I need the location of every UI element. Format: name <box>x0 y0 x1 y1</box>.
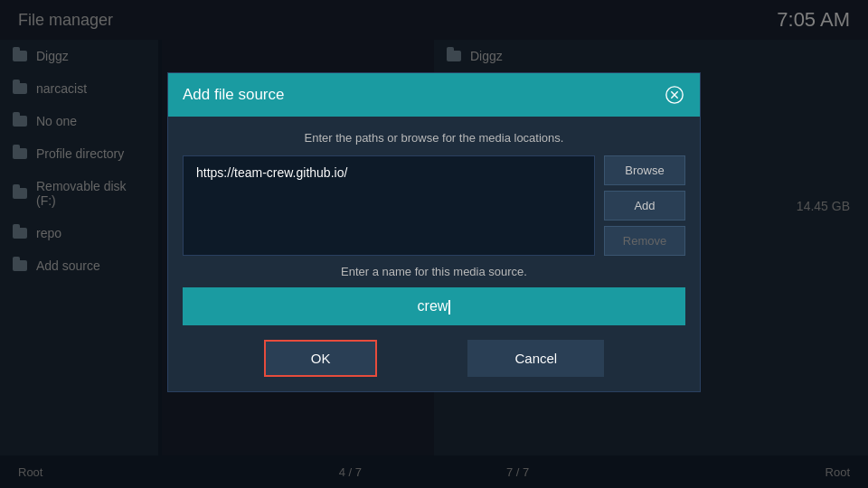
modal-description: Enter the paths or browse for the media … <box>183 131 685 145</box>
name-input[interactable]: crew <box>183 287 685 325</box>
add-file-source-modal: Add file source Enter the paths or brows… <box>167 72 701 392</box>
name-value: crew <box>418 298 448 314</box>
browse-button[interactable]: Browse <box>604 155 685 185</box>
modal-title: Add file source <box>183 86 284 104</box>
modal-close-button[interactable] <box>664 84 685 106</box>
remove-button[interactable]: Remove <box>604 226 685 256</box>
modal-overlay: Add file source Enter the paths or brows… <box>0 0 868 488</box>
url-input-box[interactable]: https://team-crew.github.io/ <box>183 155 595 256</box>
name-description: Enter a name for this media source. <box>183 265 685 278</box>
modal-header: Add file source <box>168 73 700 117</box>
ok-button[interactable]: OK <box>264 340 378 377</box>
url-section: https://team-crew.github.io/ Browse Add … <box>183 155 685 256</box>
modal-footer-buttons: OK Cancel <box>183 340 685 377</box>
add-button[interactable]: Add <box>604 191 685 221</box>
name-input-container: crew <box>183 287 685 325</box>
text-cursor <box>448 300 450 314</box>
cancel-button[interactable]: Cancel <box>467 340 604 377</box>
modal-body: Enter the paths or browse for the media … <box>168 117 700 391</box>
action-buttons: Browse Add Remove <box>604 155 685 256</box>
url-value: https://team-crew.github.io/ <box>196 165 581 180</box>
